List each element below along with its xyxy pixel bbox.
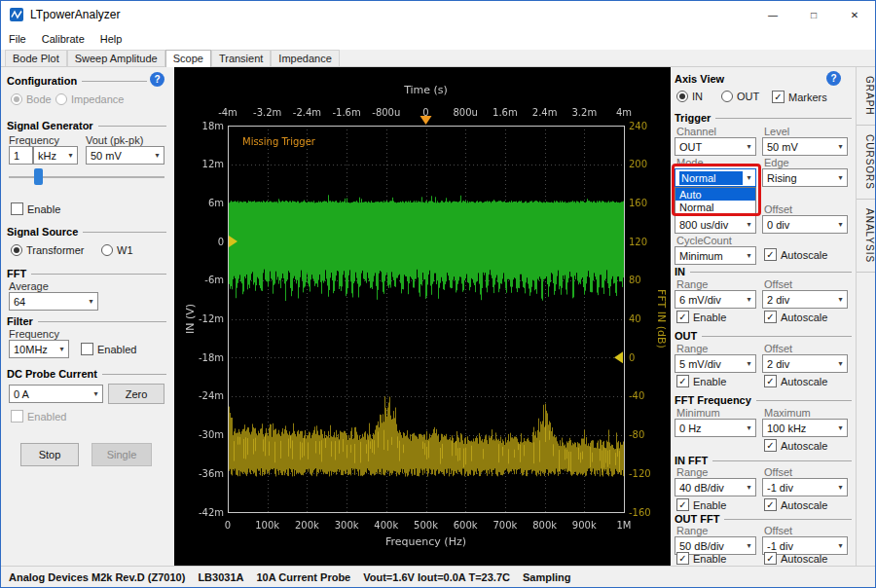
vout-combo[interactable]: 50 mV▾ xyxy=(86,146,164,165)
combo-value: 2 div xyxy=(767,358,834,370)
minimize-button[interactable]: — xyxy=(752,1,793,28)
trigger-autoscale-checkbox[interactable]: ✓Autoscale xyxy=(764,248,827,261)
tab-transient[interactable]: Transient xyxy=(211,50,271,66)
filter-enabled-checkbox[interactable]: Enabled xyxy=(81,343,136,355)
app-window: LTpowerAnalyzer — □ ✕ File Calibrate Hel… xyxy=(0,0,876,588)
configuration-title: Configuration xyxy=(7,75,77,87)
out-fft-autoscale-checkbox[interactable]: ✓Autoscale xyxy=(764,552,827,565)
markers-checkbox[interactable]: ✓Markers xyxy=(772,91,827,103)
in-fft-offset-combo[interactable]: -1 div▾ xyxy=(762,478,848,496)
dc-probe-current-combo[interactable]: 0 A▾ xyxy=(9,385,103,403)
in-header: IN xyxy=(675,266,852,277)
help-icon[interactable]: ? xyxy=(150,72,164,87)
axis-out-radio[interactable]: OUT xyxy=(721,91,759,102)
menu-calibrate[interactable]: Calibrate xyxy=(34,28,92,50)
tab-analysis[interactable]: ANALYSIS xyxy=(857,200,875,273)
checkbox-label: Enabled xyxy=(97,344,136,355)
trigger-mode-combo[interactable]: Normal▾ xyxy=(675,168,756,187)
filter-frequency-combo[interactable]: 10MHz▾ xyxy=(9,340,69,358)
in-range-combo[interactable]: 6 mV/div▾ xyxy=(675,290,756,309)
trigger-level-combo[interactable]: 50 mV▾ xyxy=(762,137,848,156)
tab-sweep-amplitude[interactable]: Sweep Amplitude xyxy=(67,50,165,66)
menu-file[interactable]: File xyxy=(1,28,34,50)
out-offset-label: Offset xyxy=(764,343,792,354)
radio-dot-icon xyxy=(101,244,113,256)
dropdown-arrow-icon: ▾ xyxy=(64,151,77,160)
fft-maximum-label: Maximum xyxy=(764,407,811,419)
tab-cursors[interactable]: CURSORS xyxy=(857,126,875,200)
checkbox-label: Markers xyxy=(788,92,827,103)
help-icon[interactable]: ? xyxy=(826,71,841,86)
frequency-input[interactable]: 1 xyxy=(9,146,33,165)
close-button[interactable]: ✕ xyxy=(834,1,875,28)
out-range-combo[interactable]: 5 mV/div▾ xyxy=(675,354,756,373)
in-fft-range-label: Range xyxy=(676,466,708,478)
trigger-offset-combo[interactable]: 0 div▾ xyxy=(762,215,848,234)
in-enable-checkbox[interactable]: ✓Enable xyxy=(676,311,726,323)
fft-maximum-combo[interactable]: 100 kHz▾ xyxy=(762,419,848,437)
tab-graph[interactable]: GRAPH xyxy=(857,67,875,126)
combo-value: 64 xyxy=(14,296,85,308)
out-autoscale-checkbox[interactable]: ✓Autoscale xyxy=(764,375,827,387)
in-fft-enable-checkbox[interactable]: ✓Enable xyxy=(676,498,726,511)
dropdown-option-auto[interactable]: Auto xyxy=(675,188,755,201)
w1-radio[interactable]: W1 xyxy=(101,244,133,256)
dropdown-arrow-icon: ▾ xyxy=(834,483,847,492)
in-fft-range-combo[interactable]: 40 dB/div▾ xyxy=(675,478,756,496)
out-enable-checkbox[interactable]: ✓Enable xyxy=(676,375,726,387)
trigger-channel-combo[interactable]: OUT▾ xyxy=(675,137,756,156)
trigger-cyclecount-combo[interactable]: Minimum▾ xyxy=(675,246,756,265)
scope-canvas[interactable] xyxy=(174,67,671,566)
trigger-position-combo[interactable]: 800 us/div▾ xyxy=(675,215,756,234)
dropdown-arrow-icon: ▾ xyxy=(55,345,68,353)
checkbox-box xyxy=(81,343,93,355)
zero-button-label: Zero xyxy=(126,388,148,400)
out-title: OUT xyxy=(675,330,697,342)
out-range-label: Range xyxy=(676,343,708,354)
out-offset-combo[interactable]: 2 div▾ xyxy=(762,354,848,373)
check-icon: ✓ xyxy=(764,498,777,511)
fft-average-combo[interactable]: 64▾ xyxy=(9,292,98,311)
amplitude-slider[interactable] xyxy=(9,167,164,187)
transformer-radio[interactable]: Transformer xyxy=(11,244,85,256)
fft-minimum-combo[interactable]: 0 Hz▾ xyxy=(675,419,756,437)
impedance-radio[interactable]: Impedance xyxy=(55,93,124,105)
in-fft-autoscale-checkbox[interactable]: ✓Autoscale xyxy=(764,498,827,511)
frequency-value: 1 xyxy=(14,150,19,162)
out-fft-header: OUT FFT xyxy=(675,513,852,525)
scope-plot[interactable] xyxy=(174,67,671,566)
side-tab-strip: GRAPH CURSORS ANALYSIS xyxy=(856,67,875,566)
combo-value: -1 div xyxy=(767,482,834,494)
trigger-cyclecount-label: CycleCount xyxy=(676,235,732,246)
trigger-level-label: Level xyxy=(764,126,789,137)
dropdown-option-normal[interactable]: Normal xyxy=(675,201,755,213)
menu-help[interactable]: Help xyxy=(92,28,130,50)
dropdown-arrow-icon: ▾ xyxy=(743,423,755,432)
zero-button[interactable]: Zero xyxy=(108,384,164,404)
in-offset-combo[interactable]: 2 div▾ xyxy=(762,290,848,309)
check-icon: ✓ xyxy=(764,248,777,261)
combo-value: Rising xyxy=(767,172,834,184)
trigger-edge-combo[interactable]: Rising▾ xyxy=(762,168,848,187)
dropdown-arrow-icon: ▾ xyxy=(834,142,847,151)
combo-value: Normal xyxy=(679,171,743,185)
signal-enable-checkbox[interactable]: Enable xyxy=(11,202,60,215)
tab-impedance[interactable]: Impedance xyxy=(271,50,339,66)
axis-in-radio[interactable]: IN xyxy=(676,91,703,102)
fft-frequency-autoscale-checkbox[interactable]: ✓Autoscale xyxy=(764,439,827,452)
tab-scope[interactable]: Scope xyxy=(165,50,211,67)
dropdown-arrow-icon: ▾ xyxy=(743,220,755,229)
maximize-button[interactable]: □ xyxy=(793,1,834,28)
frequency-unit-combo[interactable]: kHz▾ xyxy=(33,146,78,165)
radio-dot-icon xyxy=(11,93,22,105)
out-fft-enable-checkbox[interactable]: ✓Enable xyxy=(676,552,726,565)
tab-bode-plot[interactable]: Bode Plot xyxy=(5,50,67,66)
slider-thumb[interactable] xyxy=(34,168,43,185)
in-autoscale-checkbox[interactable]: ✓Autoscale xyxy=(764,311,827,323)
in-title: IN xyxy=(675,266,685,277)
app-icon xyxy=(9,7,24,22)
bode-radio[interactable]: Bode xyxy=(11,93,52,105)
single-button-label: Single xyxy=(107,449,137,460)
signal-source-header: Signal Source xyxy=(7,226,166,238)
stop-button[interactable]: Stop xyxy=(20,443,79,466)
